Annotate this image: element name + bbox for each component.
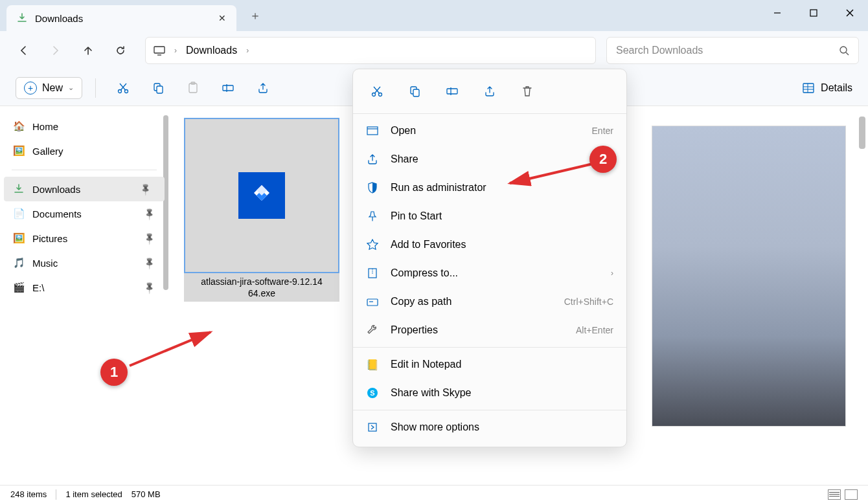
sidebar-item-gallery[interactable]: 🖼️ Gallery [0, 139, 168, 163]
view-list-button[interactable] [828, 489, 841, 500]
ctx-copy-path[interactable]: Copy as path Ctrl+Shift+C [353, 287, 626, 316]
svg-rect-28 [447, 89, 457, 94]
svg-line-24 [375, 87, 381, 93]
new-label: New [42, 82, 63, 94]
svg-rect-13 [157, 86, 163, 93]
ctx-skype[interactable]: S Share with Skype [353, 379, 626, 407]
ctx-notepad[interactable]: 📒 Edit in Notepad [353, 350, 626, 379]
search-placeholder: Search Downloads [616, 45, 703, 56]
download-icon [13, 183, 25, 195]
sidebar-label: Music [32, 258, 58, 269]
status-bar: 248 items 1 item selected 570 MB [0, 485, 868, 503]
sidebar-item-pictures[interactable]: 🖼️ Pictures [0, 226, 168, 251]
ctx-favorites[interactable]: Add to Favorites [353, 230, 626, 259]
refresh-button[interactable] [106, 36, 135, 65]
context-toolbar [353, 74, 626, 111]
close-button[interactable] [832, 0, 868, 26]
ctx-more-options[interactable]: Show more options [353, 413, 626, 442]
pictures-icon: 🖼️ [13, 232, 25, 244]
sidebar: 🏠 Home 🖼️ Gallery Downloads 📄 Documents … [0, 106, 168, 503]
sidebar-item-music[interactable]: 🎵 Music [0, 251, 168, 275]
sidebar-item-documents[interactable]: 📄 Documents [0, 201, 168, 226]
chevron-down-icon: ⌄ [68, 84, 74, 92]
maximize-button[interactable] [795, 0, 832, 26]
svg-text:S: S [370, 389, 374, 397]
svg-line-11 [120, 84, 126, 90]
ctx-compress[interactable]: Compress to... › [353, 259, 626, 287]
ctx-run-admin[interactable]: Run as administrator [353, 173, 626, 202]
details-view-button[interactable]: Details [803, 82, 852, 94]
file-item[interactable]: atlassian-jira-software-9.12.14 64.exe [184, 118, 339, 302]
content-scrollbar[interactable] [859, 117, 865, 149]
share-icon [366, 153, 379, 166]
sidebar-label: Pictures [32, 233, 67, 244]
up-button[interactable] [74, 36, 102, 65]
search-input[interactable]: Search Downloads [606, 37, 859, 64]
breadcrumb-location[interactable]: Downloads [186, 45, 237, 56]
navbar: › Downloads › Search Downloads [0, 31, 868, 70]
sidebar-item-home[interactable]: 🏠 Home [0, 114, 168, 139]
ctx-share[interactable]: Share [353, 145, 626, 173]
chevron-right-icon: › [611, 269, 613, 278]
tab-downloads[interactable]: Downloads ✕ [6, 5, 236, 31]
ctx-label: Share with Skype [391, 387, 472, 399]
new-tab-button[interactable]: ＋ [249, 8, 261, 23]
svg-line-7 [846, 52, 849, 55]
view-grid-button[interactable] [845, 489, 858, 500]
minimize-button[interactable] [759, 0, 795, 26]
svg-rect-4 [154, 47, 165, 53]
ctx-share-button[interactable] [477, 81, 502, 102]
annotation-badge-1: 1 [100, 359, 128, 386]
titlebar: Downloads ✕ ＋ [0, 0, 868, 31]
ctx-pin-start[interactable]: Pin to Start [353, 202, 626, 230]
ctx-label: Properties [391, 324, 438, 336]
file-thumbnail [184, 118, 339, 273]
share-button[interactable] [249, 75, 277, 101]
new-button[interactable]: + New ⌄ [16, 77, 82, 99]
plus-icon: + [24, 82, 37, 95]
back-button[interactable] [9, 36, 38, 65]
sidebar-label: Home [32, 121, 58, 132]
svg-point-6 [840, 47, 847, 53]
rename-button[interactable] [214, 75, 242, 101]
sidebar-label: Downloads [32, 184, 80, 195]
shield-icon [366, 181, 379, 194]
chevron-right-icon: › [174, 46, 177, 55]
ctx-shortcut: Ctrl+Shift+C [564, 296, 613, 307]
svg-rect-18 [803, 84, 814, 93]
documents-icon: 📄 [13, 208, 25, 219]
music-icon: 🎵 [13, 257, 25, 269]
drive-icon: 🎬 [13, 282, 25, 293]
ctx-cut-button[interactable] [365, 81, 389, 102]
ctx-label: Run as administrator [391, 182, 486, 194]
svg-rect-14 [189, 84, 197, 93]
sidebar-label: E:\ [32, 282, 44, 293]
ctx-label: Show more options [391, 421, 479, 433]
pc-icon [154, 45, 165, 56]
sidebar-item-edrive[interactable]: 🎬 E:\ [0, 275, 168, 300]
ctx-copy-button[interactable] [402, 81, 427, 102]
paste-button[interactable] [179, 75, 207, 101]
svg-rect-16 [223, 85, 233, 91]
more-icon [366, 421, 379, 434]
ctx-open[interactable]: Open Enter [353, 117, 626, 145]
forward-button[interactable] [41, 36, 70, 65]
ctx-delete-button[interactable] [515, 81, 540, 102]
ctx-rename-button[interactable] [440, 81, 464, 102]
ctx-properties[interactable]: Properties Alt+Enter [353, 316, 626, 344]
ctx-label: Add to Favorites [391, 239, 466, 251]
download-icon [17, 13, 27, 23]
copy-button[interactable] [144, 75, 172, 101]
wrench-icon [366, 324, 379, 337]
skype-icon: S [366, 386, 379, 399]
star-icon [366, 238, 379, 251]
search-icon [839, 45, 849, 56]
ctx-label: Edit in Notepad [391, 359, 461, 370]
svg-point-22 [372, 93, 376, 96]
tab-close-button[interactable]: ✕ [218, 13, 226, 23]
svg-rect-34 [367, 299, 378, 306]
cut-button[interactable] [109, 75, 137, 101]
status-selected: 1 item selected [65, 489, 122, 499]
address-bar[interactable]: › Downloads › [145, 37, 596, 64]
sidebar-item-downloads[interactable]: Downloads [4, 177, 165, 201]
